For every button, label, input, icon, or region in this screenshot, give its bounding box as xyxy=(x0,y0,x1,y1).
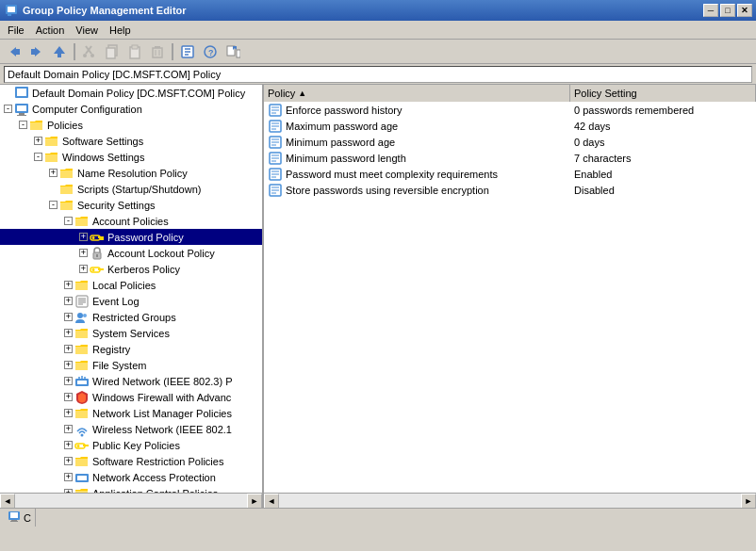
expand-account-policies[interactable]: - xyxy=(64,217,73,225)
tree-item-windows-settings[interactable]: - Windows Settings xyxy=(0,149,262,165)
expand-wireless-network[interactable]: + xyxy=(64,425,73,433)
tree-scroll[interactable]: Default Domain Policy [DC.MSFT.COM] Poli… xyxy=(0,85,262,493)
expand-password-policy[interactable]: + xyxy=(79,233,88,241)
list-item[interactable]: Minimum password age 0 days xyxy=(264,134,756,150)
list-item[interactable]: Enforce password history 0 passwords rem… xyxy=(264,102,756,118)
expand-name-resolution[interactable]: + xyxy=(49,169,58,177)
policy-list[interactable]: Enforce password history 0 passwords rem… xyxy=(264,102,756,493)
forward-button[interactable] xyxy=(26,41,47,62)
status-text: C xyxy=(24,512,31,524)
maximize-button[interactable]: □ xyxy=(720,4,735,17)
expand-software-restriction[interactable]: + xyxy=(64,457,73,465)
tree-item-system-services[interactable]: + System Services xyxy=(0,325,262,341)
tree-item-registry[interactable]: + Registry xyxy=(0,341,262,357)
tree-item-wired-network[interactable]: + Wired Network (IEEE 802.3) P xyxy=(0,373,262,389)
menu-view[interactable]: View xyxy=(70,23,104,38)
tree-item-security-settings[interactable]: - Security Settings xyxy=(0,197,262,213)
close-button[interactable]: ✕ xyxy=(737,4,752,17)
svg-rect-6 xyxy=(31,49,35,55)
tree-item-scripts[interactable]: Scripts (Startup/Shutdown) xyxy=(0,181,262,197)
back-button[interactable] xyxy=(4,41,25,62)
svg-point-11 xyxy=(83,54,87,57)
menu-file[interactable]: File xyxy=(2,23,30,38)
tree-label-network-access: Network Access Protection xyxy=(92,472,216,483)
setting-cell-2: 0 days xyxy=(570,136,756,149)
expand-windows-settings[interactable]: - xyxy=(34,153,42,161)
tree-item-windows-firewall[interactable]: + Windows Firewall with Advanc xyxy=(0,389,262,405)
up-button[interactable] xyxy=(49,41,70,62)
tree-item-password-policy[interactable]: + Password Policy xyxy=(0,229,262,245)
tree-item-public-key[interactable]: + Public Key Policies xyxy=(0,437,262,453)
column-headers: Policy ▲ Policy Setting xyxy=(264,85,756,102)
expand-registry[interactable]: + xyxy=(64,345,73,353)
tree-item-network-access[interactable]: + Network Access Protection xyxy=(0,469,262,485)
hscroll-right-btn[interactable]: ► xyxy=(247,494,262,509)
expand-event-log[interactable]: + xyxy=(64,297,73,305)
tree-item-local-policies[interactable]: + Local Policies xyxy=(0,277,262,293)
expand-security-settings[interactable]: - xyxy=(49,201,58,209)
list-item[interactable]: Minimum password length 7 characters xyxy=(264,150,756,166)
setting-column-header[interactable]: Policy Setting xyxy=(570,85,756,102)
tree-item-app-control[interactable]: + Application Control Policies xyxy=(0,485,262,493)
expand-network-list[interactable]: + xyxy=(64,409,73,417)
list-item[interactable]: Store passwords using reversible encrypt… xyxy=(264,182,756,198)
svg-rect-8 xyxy=(58,54,61,57)
right-hscroll-left-btn[interactable]: ◄ xyxy=(264,494,279,509)
menu-action[interactable]: Action xyxy=(30,23,71,38)
expand-system-services[interactable]: + xyxy=(64,329,73,337)
list-item[interactable]: Password must meet complexity requiremen… xyxy=(264,166,756,182)
expand-file-system[interactable]: + xyxy=(64,361,73,369)
expand-wired-network[interactable]: + xyxy=(64,377,73,385)
list-item[interactable]: Maximum password age 42 days xyxy=(264,118,756,134)
expand-kerberos[interactable]: + xyxy=(79,265,88,273)
policy-cell-3: Minimum password length xyxy=(264,150,570,167)
tree-item-software-restriction[interactable]: + Software Restriction Policies xyxy=(0,453,262,469)
expand-account-lockout[interactable]: + xyxy=(79,249,88,257)
tree-item-name-resolution[interactable]: + Name Resolution Policy xyxy=(0,165,262,181)
right-hscroll-track xyxy=(279,494,741,508)
tree-item-policies[interactable]: - Policies xyxy=(0,117,262,133)
right-pane-hscroll[interactable]: ◄ ► xyxy=(264,493,756,508)
tree-label-event-log: Event Log xyxy=(92,296,140,307)
svg-rect-1 xyxy=(8,7,15,12)
left-pane-hscroll[interactable]: ◄ ► xyxy=(0,493,262,508)
expand-local-policies[interactable]: + xyxy=(64,281,73,289)
tree-item-account-lockout[interactable]: + Account Lockout Policy xyxy=(0,245,262,261)
expand-computer-config[interactable]: - xyxy=(4,105,12,113)
copy-button[interactable] xyxy=(102,41,123,62)
tree-item-kerberos[interactable]: + Kerberos Policy xyxy=(0,261,262,277)
expand-windows-firewall[interactable]: + xyxy=(64,393,73,401)
tree-item-network-list[interactable]: + Network List Manager Policies xyxy=(0,405,262,421)
delete-button[interactable] xyxy=(147,41,168,62)
setting-col-label: Policy Setting xyxy=(574,88,637,99)
folder-sw-restriction-icon xyxy=(74,454,90,469)
folder-groups-icon xyxy=(74,310,90,325)
cut-button[interactable] xyxy=(79,41,100,62)
folder-registry-icon xyxy=(74,342,90,357)
tree-item-wireless-network[interactable]: + Wireless Network (IEEE 802.1 xyxy=(0,421,262,437)
tree-label-system-services: System Services xyxy=(92,328,170,339)
expand-restricted-groups[interactable]: + xyxy=(64,313,73,321)
svg-rect-16 xyxy=(132,45,138,49)
minimize-button[interactable]: ─ xyxy=(703,4,718,17)
policy-column-header[interactable]: Policy ▲ xyxy=(264,85,570,102)
hscroll-left-btn[interactable]: ◄ xyxy=(0,494,15,509)
expand-policies[interactable]: - xyxy=(19,121,27,129)
expand-public-key[interactable]: + xyxy=(64,441,73,449)
tree-item-event-log[interactable]: + Event Log xyxy=(0,293,262,309)
tree-item-computer-config[interactable]: - Computer Configuration xyxy=(0,101,262,117)
svg-point-45 xyxy=(92,268,95,271)
tree-item-account-policies[interactable]: - Account Policies xyxy=(0,213,262,229)
menu-help[interactable]: Help xyxy=(104,23,137,38)
tree-item-restricted-groups[interactable]: + Restricted Groups xyxy=(0,309,262,325)
help-button[interactable]: ? xyxy=(200,41,221,62)
right-hscroll-right-btn[interactable]: ► xyxy=(741,494,756,509)
tree-item-file-system[interactable]: + File System xyxy=(0,357,262,373)
expand-software-settings[interactable]: + xyxy=(34,137,42,145)
export-button[interactable] xyxy=(222,41,243,62)
expand-network-access[interactable]: + xyxy=(64,473,73,481)
paste-button[interactable] xyxy=(124,41,145,62)
tree-item-software-settings[interactable]: + Software Settings xyxy=(0,133,262,149)
properties-button[interactable] xyxy=(177,41,198,62)
tree-item-root[interactable]: Default Domain Policy [DC.MSFT.COM] Poli… xyxy=(0,85,262,101)
